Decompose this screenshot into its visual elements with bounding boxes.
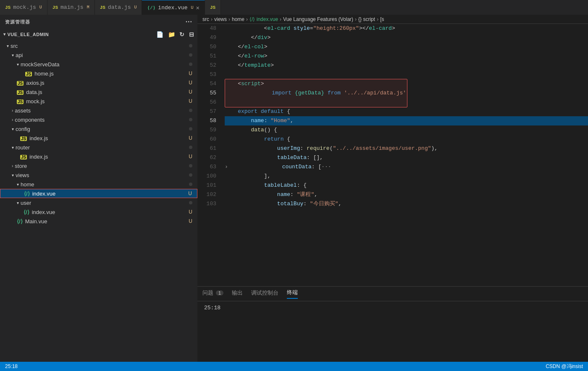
main-area: 资源管理器 ··· ▾ VUE_ELE_ADMIN 📄 📁 ↻ ⊟ ▾ src [0,15,588,362]
tree-folder-user[interactable]: ▾ user [0,198,197,207]
collapse-icon[interactable]: ⊟ [189,31,194,38]
vue-file-icon: ⟨/⟩ [24,191,30,197]
tree-file-axios-js[interactable]: JS axios.js U [0,78,197,87]
tree-file-main-vue[interactable]: ⟨/⟩ Main.vue U [0,217,197,226]
tab-index-vue[interactable]: ⟨/⟩ index.vue U ✕ [142,0,205,15]
code-line-101: tableLabel: { [225,181,588,190]
tab-mock-js[interactable]: JS mock.js U [0,0,47,15]
close-icon[interactable]: ✕ [196,4,200,11]
code-line-61: userImg: require("../../assets/images/us… [225,144,588,153]
tree-folder-home[interactable]: ▾ home [0,180,197,189]
js-icon: JS [52,5,58,10]
arrow: ▾ [12,145,14,150]
dot [189,118,192,121]
tree-folder-store[interactable]: › store [0,161,197,170]
folder-name: user [21,200,31,206]
badge: 1 [216,290,223,295]
tab-main-js[interactable]: JS main.js M [47,0,95,15]
code-line-49: </div> [225,33,588,42]
arrow: ▾ [12,173,14,178]
status-bar: 25:18 CSDN @冯insist [0,362,588,371]
tree-file-router-index-js[interactable]: JS index.js U [0,152,197,161]
js-icon: JS [100,5,105,10]
tree-folder-components[interactable]: › components [0,115,197,124]
sidebar-header: 资源管理器 ··· [0,15,197,29]
tree-file-mock-js[interactable]: JS mock.js U [0,97,197,106]
tab-label: data.js [108,4,131,10]
js-file-icon: JS [17,89,24,95]
file-name: mock.js [26,98,45,105]
dot [189,127,192,131]
panel-tab-terminal[interactable]: 终端 [287,289,298,299]
more-icon[interactable]: ··· [186,18,192,26]
panel-tab-output[interactable]: 输出 [232,289,243,298]
code-line-62: tableData: [], [225,153,588,162]
tab-label: 输出 [232,289,243,297]
new-folder-icon[interactable]: 📁 [168,31,176,38]
modified-badge: U [189,98,192,104]
dot [189,53,192,57]
js-file-icon: JS [20,135,27,141]
tree-file-data-js[interactable]: JS data.js U [0,87,197,97]
dot [189,44,192,47]
panel-tab-problems[interactable]: 问题 1 [202,289,223,298]
folder-name: router [16,144,30,151]
separator: › [228,16,230,22]
tab-js[interactable]: JS [205,0,221,15]
tree-folder-config[interactable]: ▾ config [0,124,197,133]
panel-content: 25:18 [197,301,588,362]
modified-badge: U [189,209,192,215]
dot [189,183,192,186]
tree-file-index-vue-selected[interactable]: ⟨/⟩ index.vue U [0,189,197,198]
panel-tabs: 问题 1 输出 调试控制台 终端 [197,287,588,301]
tab-label: index.vue [158,5,187,11]
file-name: Main.vue [25,218,47,225]
vue-file-icon: ⟨/⟩ [17,218,23,225]
tree-file-config-index-js[interactable]: JS index.js U [0,133,197,143]
code-line-59: data() { [225,125,588,135]
tab-label: 问题 [202,289,213,297]
tree-file-home-js[interactable]: JS home.js U [0,69,197,78]
tree-folder-api[interactable]: ▾ api [0,50,197,60]
tab-modified: U [191,5,194,10]
sidebar-header-icons: ··· [186,18,192,26]
modified-badge: U [189,80,192,86]
dot [189,173,192,177]
sidebar-title: 资源管理器 [5,19,30,25]
folder-name: assets [15,107,31,114]
vue-file-icon: ⟨/⟩ [24,209,29,215]
status-position: 25:18 [5,363,18,369]
crumb-bracket: [s [380,16,384,22]
modified-badge: U [189,89,192,95]
tree-folder-mockservedata[interactable]: ▾ mockServeData [0,60,197,69]
line-numbers: 48 49 50 51 52 53 54 55 56 57 58 59 60 6… [197,24,220,286]
arrow: › [12,108,13,113]
modified-badge: U [188,191,192,196]
js-file-icon: JS [17,98,24,105]
arrow: ▾ [17,182,19,187]
code-line-57: export default { [225,107,588,116]
new-file-icon[interactable]: 📄 [156,31,164,38]
tree-folder-assets[interactable]: › assets [0,106,197,115]
tab-modified: U [39,5,42,10]
file-name: index.js [29,135,48,141]
folder-name: home [21,181,34,188]
fold-arrow[interactable]: › [225,162,228,172]
file-name: home.js [34,71,54,77]
code-line-51: </el-row> [225,52,588,61]
tree-folder-src[interactable]: ▾ src [0,41,197,50]
code-line-63: › countData: [··· [225,162,588,172]
modified-badge: U [189,154,192,159]
tree-folder-views[interactable]: ▾ views [0,170,197,180]
dot [189,109,192,112]
tab-data-js[interactable]: JS data.js U [95,0,142,15]
js-icon: JS [210,5,215,10]
arrow: ▾ [7,44,9,48]
crumb-src: src [202,16,209,22]
tree-folder-router[interactable]: ▾ router [0,143,197,152]
tree-root[interactable]: ▾ VUE_ELE_ADMIN 📄 📁 ↻ ⊟ [0,29,197,39]
refresh-icon[interactable]: ↻ [179,31,185,38]
terminal-content: 25:18 [204,305,220,311]
tree-file-user-index-vue[interactable]: ⟨/⟩ index.vue U [0,207,197,217]
panel-tab-debug[interactable]: 调试控制台 [251,289,278,298]
